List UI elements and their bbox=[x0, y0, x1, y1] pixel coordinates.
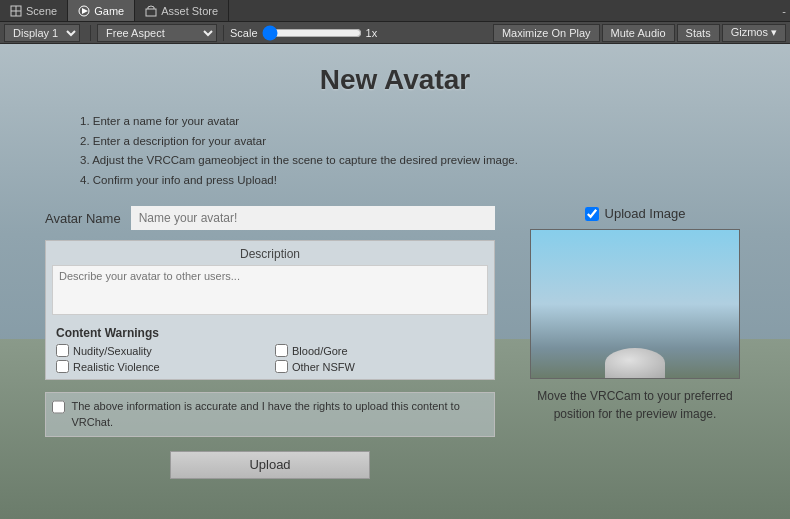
upload-image-row: Upload Image bbox=[585, 206, 686, 221]
tab-game[interactable]: Game bbox=[68, 0, 135, 21]
warning-nsfw[interactable]: Other NSFW bbox=[275, 360, 484, 373]
warning-nudity-label: Nudity/Sexuality bbox=[73, 345, 152, 357]
warning-violence-checkbox[interactable] bbox=[56, 360, 69, 373]
toolbar-divider-2 bbox=[223, 25, 224, 41]
page-title: New Avatar bbox=[320, 64, 470, 96]
toolbar-divider-1 bbox=[90, 25, 91, 41]
description-box: Description Content Warnings Nudity/Sexu… bbox=[45, 240, 495, 380]
store-icon bbox=[145, 5, 157, 17]
gizmos-arrow-icon: ▾ bbox=[771, 26, 777, 38]
upload-btn-row: Upload bbox=[45, 451, 495, 479]
preview-sphere bbox=[605, 348, 665, 378]
content-warnings-title: Content Warnings bbox=[56, 326, 484, 340]
warning-violence[interactable]: Realistic Violence bbox=[56, 360, 265, 373]
instructions: 1. Enter a name for your avatar 2. Enter… bbox=[80, 112, 518, 190]
avatar-name-row: Avatar Name bbox=[45, 206, 495, 230]
description-textarea[interactable] bbox=[52, 265, 488, 315]
instruction-3: 3. Adjust the VRCCam gameobject in the s… bbox=[80, 151, 518, 171]
warning-nudity[interactable]: Nudity/Sexuality bbox=[56, 344, 265, 357]
upload-image-checkbox[interactable] bbox=[585, 207, 599, 221]
warning-nsfw-checkbox[interactable] bbox=[275, 360, 288, 373]
scale-value: 1x bbox=[366, 27, 378, 39]
terms-checkbox[interactable] bbox=[52, 400, 65, 414]
form-area: Avatar Name Description Content Warnings… bbox=[45, 206, 745, 479]
warning-blood[interactable]: Blood/Gore bbox=[275, 344, 484, 357]
aspect-select[interactable]: Free Aspect bbox=[97, 24, 217, 42]
instruction-4: 4. Confirm your info and press Upload! bbox=[80, 171, 518, 191]
form-right: Upload Image Move the VRCCam to your pre… bbox=[525, 206, 745, 479]
scale-label: Scale bbox=[230, 27, 258, 39]
warnings-grid: Nudity/Sexuality Blood/Gore Realistic Vi… bbox=[56, 344, 484, 373]
terms-text: The above information is accurate and I … bbox=[71, 399, 488, 430]
main-content: New Avatar 1. Enter a name for your avat… bbox=[0, 44, 790, 519]
tab-game-label: Game bbox=[94, 5, 124, 17]
mute-audio-button[interactable]: Mute Audio bbox=[602, 24, 675, 42]
gizmos-label: Gizmos bbox=[731, 26, 768, 38]
tab-bar-right-controls: - bbox=[782, 0, 790, 21]
tab-bar-minus[interactable]: - bbox=[782, 5, 786, 17]
preview-image bbox=[530, 229, 740, 379]
display-select[interactable]: Display 1 bbox=[4, 24, 80, 42]
warning-nudity-checkbox[interactable] bbox=[56, 344, 69, 357]
upload-button[interactable]: Upload bbox=[170, 451, 370, 479]
gizmos-button[interactable]: Gizmos ▾ bbox=[722, 24, 786, 42]
warning-blood-checkbox[interactable] bbox=[275, 344, 288, 357]
stats-button[interactable]: Stats bbox=[677, 24, 720, 42]
content-warnings: Content Warnings Nudity/Sexuality Blood/… bbox=[52, 326, 488, 373]
svg-rect-5 bbox=[146, 9, 156, 16]
scene-icon bbox=[10, 5, 22, 17]
description-label: Description bbox=[52, 247, 488, 261]
warning-nsfw-label: Other NSFW bbox=[292, 361, 355, 373]
terms-row: The above information is accurate and I … bbox=[45, 392, 495, 437]
avatar-name-label: Avatar Name bbox=[45, 211, 121, 226]
svg-marker-4 bbox=[82, 8, 88, 14]
tab-bar: Scene Game Asset Store - bbox=[0, 0, 790, 22]
tab-asset-store-label: Asset Store bbox=[161, 5, 218, 17]
instruction-1: 1. Enter a name for your avatar bbox=[80, 112, 518, 132]
toolbar: Display 1 Free Aspect Scale 1x Maximize … bbox=[0, 22, 790, 44]
scale-control: Scale 1x bbox=[230, 26, 377, 40]
avatar-name-input[interactable] bbox=[131, 206, 495, 230]
tab-asset-store[interactable]: Asset Store bbox=[135, 0, 229, 21]
maximize-on-play-button[interactable]: Maximize On Play bbox=[493, 24, 600, 42]
instruction-2: 2. Enter a description for your avatar bbox=[80, 132, 518, 152]
preview-caption: Move the VRCCam to your preferred positi… bbox=[525, 387, 745, 423]
tab-scene[interactable]: Scene bbox=[0, 0, 68, 21]
warning-violence-label: Realistic Violence bbox=[73, 361, 160, 373]
scale-slider[interactable] bbox=[262, 26, 362, 40]
toolbar-right-buttons: Maximize On Play Mute Audio Stats Gizmos… bbox=[493, 24, 786, 42]
game-icon bbox=[78, 5, 90, 17]
upload-image-label: Upload Image bbox=[605, 206, 686, 221]
tab-scene-label: Scene bbox=[26, 5, 57, 17]
warning-blood-label: Blood/Gore bbox=[292, 345, 348, 357]
form-left: Avatar Name Description Content Warnings… bbox=[45, 206, 495, 479]
